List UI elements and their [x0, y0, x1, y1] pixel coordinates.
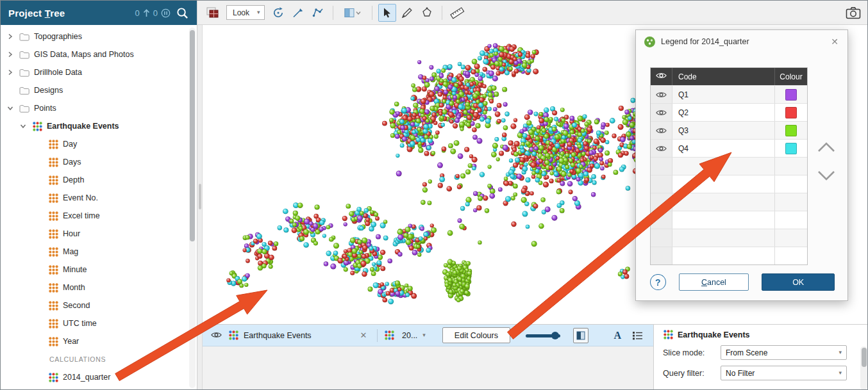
- visibility-eye-icon[interactable]: [651, 86, 672, 103]
- query-filter-dropdown[interactable]: No Filter ▾: [721, 366, 847, 380]
- legend-row-q3[interactable]: Q3: [651, 121, 807, 139]
- slice-mode-value: From Scene: [726, 348, 767, 357]
- colour-option-dropdown[interactable]: 20... ▾: [399, 330, 428, 341]
- legend-code-cell[interactable]: Q3: [672, 122, 775, 139]
- legend-colour-cell[interactable]: [775, 140, 807, 157]
- polyline-tool-button[interactable]: [309, 4, 327, 22]
- slice-display-button[interactable]: [204, 4, 222, 22]
- splitter-handle[interactable]: [199, 184, 201, 209]
- rotate-view-button[interactable]: [269, 4, 287, 22]
- dialog-title: Legend for 2014_quarter: [661, 37, 824, 46]
- visibility-eye-icon[interactable]: [651, 140, 672, 157]
- camera-button[interactable]: [844, 4, 862, 22]
- tree-item-excel-time[interactable]: Excel time: [1, 207, 197, 225]
- polygon-tool-button[interactable]: [418, 4, 436, 22]
- tree-item-minute[interactable]: Minute: [1, 261, 197, 279]
- legend-colour-cell[interactable]: [775, 122, 807, 139]
- chevron-up-icon: [817, 141, 836, 154]
- scrollbar-thumb[interactable]: [862, 348, 867, 367]
- tree-item-label: Event No.: [63, 193, 98, 202]
- folder-icon: [19, 51, 29, 59]
- draw-slice-line-icon: [292, 6, 305, 19]
- legend-row-q2[interactable]: Q2: [651, 103, 807, 121]
- slider-knob[interactable]: [551, 332, 559, 339]
- ruler-button[interactable]: [448, 4, 466, 22]
- scrollbar-thumb[interactable]: [190, 30, 195, 241]
- shading-icon: [576, 331, 585, 340]
- draw-slice-line-button[interactable]: [289, 4, 307, 22]
- move-down-button[interactable]: [815, 167, 837, 184]
- legend-colour-cell[interactable]: [775, 104, 807, 121]
- row-reorder-controls: [815, 139, 837, 184]
- point-shading-toggle[interactable]: [573, 328, 588, 343]
- chevron-down-icon[interactable]: [6, 104, 15, 113]
- toolbar-separator: [442, 6, 442, 20]
- tree-item-gis-data-maps-and-photos[interactable]: GIS Data, Maps and Photos: [1, 45, 197, 63]
- properties-scrollbar[interactable]: [860, 346, 867, 390]
- dialog-close-icon[interactable]: ✕: [830, 37, 840, 47]
- chevron-down-icon[interactable]: [19, 122, 28, 131]
- rotate-view-icon: [272, 6, 285, 19]
- colour-option-value: 20...: [402, 331, 417, 340]
- colour-swatch[interactable]: [785, 143, 797, 154]
- move-up-button[interactable]: [815, 139, 837, 156]
- chevron-right-icon[interactable]: [6, 50, 15, 59]
- tree-scrollbar[interactable]: [189, 28, 196, 388]
- slice-mode-dropdown[interactable]: From Scene ▾: [721, 345, 847, 360]
- tree-item-2014-quarter[interactable]: 2014_quarter: [1, 368, 197, 386]
- tree-item-drillhole-data[interactable]: Drillhole Data: [1, 63, 197, 81]
- colour-swatch[interactable]: [785, 107, 797, 118]
- draw-polyline-button[interactable]: [398, 4, 416, 22]
- dialog-footer: ? Cancel OK: [650, 273, 835, 291]
- tree-item-year[interactable]: Year: [1, 332, 197, 350]
- tree-item-points[interactable]: Points: [1, 99, 197, 117]
- colour-swatch[interactable]: [785, 125, 797, 136]
- visibility-eye-icon[interactable]: [651, 122, 672, 139]
- tree-item-hour[interactable]: Hour: [1, 225, 197, 243]
- legend-colour-cell: [775, 175, 807, 193]
- tree-item-label: UTC time: [63, 319, 97, 328]
- visibility-eye-icon[interactable]: [209, 329, 223, 343]
- cancel-button[interactable]: Cancel: [679, 273, 749, 291]
- tree-item-second[interactable]: Second: [1, 297, 197, 314]
- edit-colours-button[interactable]: Edit Colours: [442, 327, 510, 343]
- tree-item-month[interactable]: Month: [1, 279, 197, 297]
- scene-text-button[interactable]: A: [613, 330, 621, 341]
- remove-from-scene-icon[interactable]: ✕: [356, 330, 371, 340]
- legend-row-q4[interactable]: Q4: [651, 139, 807, 157]
- tree-item-earthquake-events[interactable]: Earthquake Events: [1, 117, 197, 135]
- chevron-right-icon[interactable]: [6, 68, 15, 77]
- legend-code-cell[interactable]: Q4: [672, 140, 775, 157]
- search-icon[interactable]: [176, 6, 189, 20]
- split-view-dropdown[interactable]: [339, 4, 366, 22]
- tree-item-utc-time[interactable]: UTC time: [1, 314, 197, 332]
- dialog-titlebar[interactable]: Legend for 2014_quarter ✕: [636, 30, 847, 53]
- legend-colour-cell[interactable]: [775, 86, 807, 103]
- tree-item-depth[interactable]: Depth: [1, 171, 197, 189]
- tree-item-topographies[interactable]: Topographies: [1, 28, 197, 45]
- visibility-eye-icon[interactable]: [651, 104, 672, 121]
- tree-item-label: Year: [63, 337, 79, 346]
- look-dropdown[interactable]: Look ▾: [226, 5, 265, 20]
- column-icon: [48, 247, 58, 257]
- colour-swatch[interactable]: [785, 89, 797, 101]
- tree-item-event-no[interactable]: Event No.: [1, 189, 197, 207]
- tree-item-designs[interactable]: Designs: [1, 81, 197, 99]
- select-tool-button[interactable]: [378, 4, 396, 22]
- chevron-right-icon[interactable]: [6, 32, 15, 41]
- tree-item-mag[interactable]: Mag: [1, 243, 197, 261]
- legend-row-q1[interactable]: Q1: [651, 85, 807, 103]
- legend-code-cell: [672, 229, 775, 247]
- point-size-slider[interactable]: [526, 331, 560, 340]
- visibility-cell: [651, 175, 672, 193]
- legend-code-cell[interactable]: Q2: [672, 104, 775, 121]
- legend-row-empty: [651, 157, 807, 175]
- shape-list-row[interactable]: Earthquake Events ✕ 20... ▾ Edit Colours…: [203, 325, 653, 346]
- help-button[interactable]: ?: [650, 274, 666, 290]
- legend-list-button[interactable]: [630, 329, 644, 343]
- panel-splitter[interactable]: [197, 25, 203, 390]
- tree-item-day[interactable]: Day: [1, 135, 197, 153]
- tree-item-days[interactable]: Days: [1, 153, 197, 171]
- ok-button[interactable]: OK: [762, 273, 835, 291]
- legend-code-cell[interactable]: Q1: [672, 86, 775, 103]
